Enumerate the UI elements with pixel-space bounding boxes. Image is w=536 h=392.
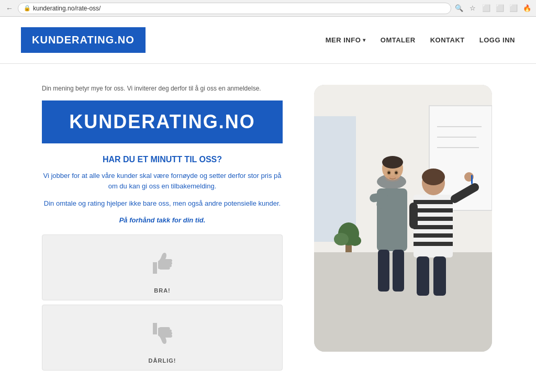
svg-point-10: [382, 156, 403, 169]
thumbs-down-icon: [147, 318, 178, 353]
body-text-3: På forhånd takk for din tid.: [42, 216, 283, 224]
svg-rect-14: [378, 250, 389, 292]
body-text-1: Vi jobber for at alle våre kunder skal v…: [42, 171, 283, 191]
ext1-icon[interactable]: ⬜: [495, 4, 505, 13]
svg-rect-31: [409, 203, 418, 229]
logo-large: KUNDERATING.NO: [42, 100, 283, 143]
darlig-label: DÅRLIG!: [149, 357, 176, 364]
body-text-2: Din omtale og rating hjelper ikke bare o…: [42, 198, 283, 209]
ext2-icon[interactable]: ⬜: [509, 4, 518, 13]
nav-logg-inn[interactable]: LOGG INN: [479, 36, 515, 44]
svg-point-20: [385, 175, 400, 182]
site-header: KUNDERATING.NO MER INFO ▾ OMTALER KONTAK…: [0, 17, 536, 64]
svg-rect-22: [414, 200, 453, 204]
svg-point-38: [334, 233, 349, 245]
browser-chrome: ← 🔒 kunderating.no/rate-oss/ 🔍 ☆ ⬜ ⬜ ⬜ 🔥: [0, 0, 536, 17]
svg-rect-24: [414, 217, 453, 221]
svg-rect-32: [417, 256, 429, 296]
svg-rect-26: [414, 233, 453, 238]
photo-panel: [314, 85, 492, 352]
right-panel: [314, 85, 494, 352]
fire-icon[interactable]: 🔥: [522, 4, 532, 13]
invite-text: Din mening betyr mye for oss. Vi inviter…: [42, 85, 283, 92]
left-panel: Din mening betyr mye for oss. Vi inviter…: [42, 85, 283, 375]
main-content: Din mening betyr mye for oss. Vi inviter…: [0, 64, 536, 392]
url-bar[interactable]: 🔒 kunderating.no/rate-oss/: [18, 3, 451, 14]
site-nav: MER INFO ▾ OMTALER KONTAKT LOGG INN: [326, 36, 515, 44]
svg-rect-15: [393, 250, 404, 292]
back-button[interactable]: ←: [4, 3, 15, 14]
chevron-down-icon: ▾: [363, 37, 366, 43]
url-text: kunderating.no/rate-oss/: [33, 5, 100, 12]
star-icon[interactable]: ☆: [468, 4, 477, 13]
svg-rect-27: [414, 242, 453, 246]
bra-label: BRA!: [154, 287, 171, 294]
screen-icon[interactable]: ⬜: [482, 4, 491, 13]
svg-point-29: [422, 169, 445, 185]
browser-toolbar: 🔍 ☆ ⬜ ⬜ ⬜ 🔥: [454, 4, 532, 13]
svg-rect-23: [414, 208, 453, 212]
svg-rect-25: [414, 225, 453, 229]
svg-rect-33: [433, 256, 446, 296]
svg-point-39: [349, 236, 361, 246]
site-logo[interactable]: KUNDERATING.NO: [21, 27, 146, 53]
svg-point-18: [388, 172, 390, 174]
bra-button[interactable]: BRA!: [42, 234, 283, 300]
main-heading: HAR DU ET MINUTT TIL OSS?: [42, 155, 283, 164]
secure-icon: 🔒: [24, 5, 31, 12]
svg-point-19: [395, 172, 398, 174]
search-icon[interactable]: 🔍: [454, 4, 464, 13]
darlig-button[interactable]: DÅRLIG!: [42, 305, 283, 371]
nav-mer-info[interactable]: MER INFO ▾: [326, 36, 366, 44]
svg-rect-35: [471, 175, 473, 184]
thumbs-up-icon: [147, 248, 178, 283]
nav-kontakt[interactable]: KONTAKT: [430, 36, 465, 44]
nav-omtaler[interactable]: OMTALER: [381, 36, 416, 44]
